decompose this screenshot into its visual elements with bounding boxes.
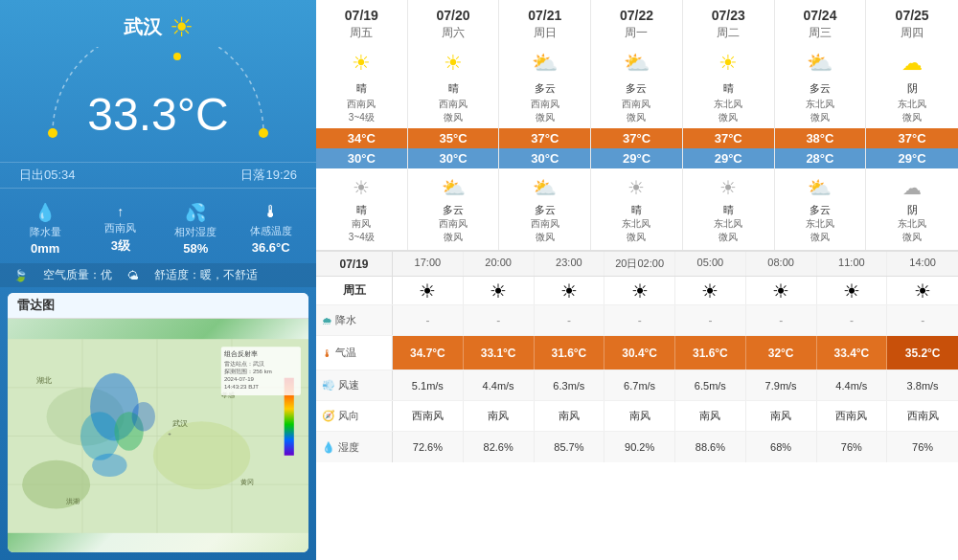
- precip-val-5: -: [746, 305, 817, 335]
- precip-val-2: -: [535, 305, 605, 335]
- hourly-humidity-row: 💧湿度 72.6% 82.6% 85.7% 90.2% 88.6% 68% 76…: [316, 432, 958, 462]
- right-panel: 07/19 周五 ☀ 晴 西南风 3~4级 34°C 30°C ☀ 晴 南风 3…: [316, 0, 958, 560]
- day-date-5: 07/24: [803, 0, 836, 25]
- day-col-1: 07/20 周六 ☀ 晴 西南风 微风 35°C 30°C ⛅ 多云 西南风 微…: [408, 0, 500, 250]
- day-high-temp-3: 37°C: [591, 128, 682, 148]
- day-night-condition-6: 阴: [907, 203, 918, 217]
- svg-text:14:43:23 BJT: 14:43:23 BJT: [224, 384, 259, 390]
- humidity-row-label: 💧湿度: [316, 432, 393, 462]
- precipitation-row-label: 🌧降水: [316, 305, 393, 335]
- day-date-3: 07/22: [620, 0, 653, 25]
- winddir-val-1: 南风: [464, 401, 535, 431]
- day-high-temp-0: 34°C: [316, 128, 407, 148]
- windspeed-val-3: 6.7m/s: [604, 370, 675, 400]
- precipitation-icon: 💧: [34, 202, 56, 223]
- time-cell-2: 23:00: [535, 252, 605, 276]
- day-wind-2: 西南风: [531, 98, 559, 111]
- precip-val-7: -: [887, 305, 958, 335]
- day-condition-0: 晴: [354, 79, 369, 98]
- day-night-wind-4: 东北风: [714, 217, 742, 231]
- winddir-val-5: 南风: [746, 401, 817, 431]
- precip-val-1: -: [464, 305, 535, 335]
- winddir-val-2: 南风: [535, 401, 605, 431]
- day-date-2: 07/21: [528, 0, 561, 25]
- humidity-val-0: 72.6%: [393, 432, 464, 462]
- day-night-condition-4: 晴: [723, 203, 734, 217]
- humidity-val-4: 88.6%: [675, 432, 746, 462]
- detail-feels-like: 🌡 体感温度 36.6°C: [236, 202, 308, 256]
- day-weekday-5: 周三: [809, 25, 832, 47]
- sunset-label: 日落19:26: [240, 167, 297, 184]
- day-night-windlv-3: 微风: [627, 231, 646, 250]
- time-cell-0: 17:00: [393, 252, 464, 276]
- humidity-label: 相对湿度: [174, 225, 217, 239]
- day-weekday-1: 周六: [442, 25, 465, 47]
- day-night-icon-0: ☀: [353, 172, 370, 203]
- windspeed-icon: 💨: [322, 379, 335, 392]
- svg-point-0: [48, 128, 57, 138]
- day-wind-level-3: 微风: [627, 111, 646, 128]
- day-wind-5: 东北风: [806, 98, 834, 111]
- svg-text:组合反射率: 组合反射率: [224, 350, 258, 358]
- hourly-weather-icon-5: ☀: [746, 277, 817, 304]
- air-quality-leaf-icon: 🍃: [13, 269, 28, 282]
- time-cell-4: 05:00: [675, 252, 746, 276]
- humidity-val-6: 76%: [817, 432, 888, 462]
- hourly-winddirection-row: 🧭风向 西南风 南风 南风 南风 南风 南风 西南风 西南风: [316, 401, 958, 432]
- wind-level-value: 3级: [111, 237, 130, 255]
- precip-val-0: -: [393, 305, 464, 335]
- day-wind-level-5: 微风: [810, 111, 830, 128]
- day-weekday-6: 周四: [901, 25, 924, 47]
- day-night-windlv-4: 微风: [718, 231, 738, 250]
- day-night-condition-2: 多云: [535, 203, 556, 217]
- precip-val-3: -: [604, 305, 675, 335]
- svg-text:探测范围：256 km: 探测范围：256 km: [224, 369, 272, 374]
- day-night-wind-3: 东北风: [622, 217, 650, 231]
- precip-label-icon: 🌧: [322, 315, 332, 326]
- day-col-5: 07/24 周三 ⛅ 多云 东北风 微风 38°C 28°C ⛅ 多云 东北风 …: [775, 0, 867, 250]
- hourly-windspeed-row: 💨风速 5.1m/s 4.4m/s 6.3m/s 6.7m/s 6.5m/s 7…: [316, 370, 958, 401]
- day-col-0: 07/19 周五 ☀ 晴 西南风 3~4级 34°C 30°C ☀ 晴 南风 3…: [316, 0, 408, 250]
- day-low-temp-1: 30°C: [408, 148, 499, 168]
- main-temperature: 33.3°C: [87, 88, 228, 141]
- feels-like-value: 36.6°C: [252, 240, 290, 255]
- day-night-wind-6: 东北风: [898, 217, 926, 231]
- sun-icon: ☀: [170, 11, 194, 43]
- day-low-temp-2: 30°C: [499, 148, 590, 168]
- day-night-icon-4: ☀: [719, 172, 737, 203]
- day-night-wind-2: 西南风: [531, 217, 559, 231]
- air-quality-text: 空气质量：优: [43, 267, 112, 283]
- day-wind-4: 东北风: [714, 98, 742, 111]
- temp-row-label: 🌡气温: [316, 336, 393, 370]
- day-night-windlv-0: 3~4级: [349, 231, 375, 250]
- day-low-temp-0: 30°C: [316, 148, 407, 168]
- day-wind-3: 西南风: [622, 98, 650, 111]
- city-header: 武汉 ☀: [0, 0, 316, 47]
- windspeed-val-6: 4.4m/s: [817, 370, 888, 400]
- hourly-weather-icon-0: ☀: [393, 277, 464, 304]
- day-condition-4: 晴: [721, 79, 736, 98]
- detail-wind: ↑ 西南风 3级: [85, 202, 157, 256]
- day-night-wind-0: 南风: [352, 217, 371, 231]
- winddirection-icon: 🧭: [322, 410, 335, 422]
- day-night-wind-1: 西南风: [439, 217, 468, 231]
- air-quality-bar: 🍃 空气质量：优 🌤 舒适度：暖，不舒适: [0, 263, 316, 287]
- day-date-0: 07/19: [345, 0, 378, 25]
- feels-like-label: 体感温度: [250, 224, 292, 238]
- left-panel: 武汉 ☀ 33.3°C 日出05:34 日落19:26 💧 降水量 0mm ↑ …: [0, 0, 316, 560]
- day-night-icon-3: ☀: [627, 172, 645, 203]
- temp-val-7: 35.2°C: [887, 336, 958, 370]
- sunrise-sunset-bar: 日出05:34 日落19:26: [0, 162, 316, 189]
- hourly-weather-icon-1: ☀: [464, 277, 535, 304]
- svg-point-16: [132, 402, 155, 431]
- sunrise-label: 日出05:34: [19, 167, 76, 184]
- weather-details: 💧 降水量 0mm ↑ 西南风 3级 💦 相对湿度 58% 🌡 体感温度 36.…: [0, 194, 316, 263]
- day-wind-level-4: 微风: [718, 111, 738, 128]
- day-high-temp-2: 37°C: [499, 128, 590, 148]
- hourly-weekday-label: 周五: [316, 277, 393, 304]
- day-weather-icon-3: ⛅: [624, 47, 650, 79]
- day-low-temp-6: 29°C: [866, 148, 958, 168]
- day-condition-3: 多云: [624, 79, 649, 98]
- svg-point-17: [92, 454, 126, 477]
- temp-label-icon: 🌡: [322, 347, 332, 359]
